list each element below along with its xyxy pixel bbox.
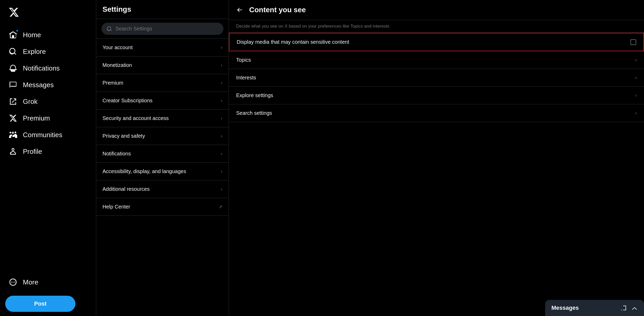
sidebar-item-more[interactable]: More <box>5 274 91 290</box>
settings-item-accessibility[interactable]: Accessibility, display, and languages › <box>96 163 229 180</box>
back-button[interactable] <box>236 7 243 13</box>
chevron-right-icon: › <box>221 80 222 86</box>
premium-label: Premium <box>23 114 50 122</box>
premium-icon <box>8 113 18 123</box>
home-notification-dot <box>16 29 18 32</box>
sidebar-item-notifications[interactable]: Notifications <box>5 60 91 77</box>
settings-item-premium[interactable]: Premium › <box>96 74 229 92</box>
settings-item-resources-label: Additional resources <box>102 186 150 192</box>
messages-icon <box>8 80 18 90</box>
explore-label: Explore <box>23 48 46 56</box>
sidebar-item-explore[interactable]: Explore <box>5 43 91 60</box>
messages-footer-actions <box>621 305 638 311</box>
messages-footer[interactable]: Messages <box>545 300 644 316</box>
content-item-explore-settings-label: Explore settings <box>236 92 273 98</box>
chevron-right-icon: › <box>221 151 222 156</box>
content-panel: Content you see Decide what you see on X… <box>229 0 644 316</box>
sidebar-item-premium[interactable]: Premium <box>5 110 91 127</box>
content-item-search-settings-label: Search settings <box>236 110 272 116</box>
back-arrow-icon <box>236 7 243 13</box>
chevron-right-icon: › <box>221 62 222 68</box>
messages-footer-title: Messages <box>551 305 579 311</box>
settings-item-creator-subscriptions[interactable]: Creator Subscriptions › <box>96 92 229 110</box>
settings-item-your-account[interactable]: Your account › <box>96 39 229 56</box>
content-subtitle: Decide what you see on X based on your p… <box>229 20 644 33</box>
chevron-right-icon: › <box>221 116 222 121</box>
content-title: Content you see <box>249 6 306 14</box>
notifications-label: Notifications <box>23 64 60 72</box>
chevron-right-icon: › <box>221 169 222 174</box>
sidebar-item-profile[interactable]: Profile <box>5 143 91 160</box>
compose-message-icon[interactable] <box>621 305 627 311</box>
content-item-topics[interactable]: Topics › <box>229 51 644 69</box>
external-link-icon: ↗ <box>218 204 222 210</box>
settings-item-monetization[interactable]: Monetization › <box>96 56 229 74</box>
settings-item-your-account-label: Your account <box>102 45 133 50</box>
explore-icon <box>8 47 18 56</box>
content-item-search-settings[interactable]: Search settings › <box>229 104 644 122</box>
search-container <box>96 19 229 39</box>
chevron-right-icon: › <box>635 75 637 80</box>
content-item-topics-label: Topics <box>236 57 251 63</box>
settings-item-privacy-label: Privacy and safety <box>102 133 145 139</box>
settings-item-monetization-label: Monetization <box>102 62 132 68</box>
settings-item-help[interactable]: Help Center ↗ <box>96 198 229 216</box>
notifications-icon <box>8 64 18 73</box>
home-label: Home <box>23 31 41 39</box>
settings-item-premium-label: Premium <box>102 80 123 86</box>
sidebar-item-messages[interactable]: Messages <box>5 77 91 93</box>
chevron-right-icon: › <box>635 57 637 63</box>
chevron-right-icon: › <box>635 110 637 116</box>
settings-item-help-label: Help Center <box>102 204 130 210</box>
chevron-right-icon: › <box>221 186 222 192</box>
chevron-right-icon: › <box>635 93 637 98</box>
settings-item-security-label: Security and account access <box>102 115 169 121</box>
content-item-sensitive-media-label: Display media that may contain sensitive… <box>237 39 349 45</box>
chevron-right-icon: › <box>221 45 222 50</box>
post-button[interactable]: Post <box>5 296 75 312</box>
content-item-sensitive-media[interactable]: Display media that may contain sensitive… <box>229 33 644 51</box>
sidebar-item-grok[interactable]: Grok <box>5 93 91 110</box>
settings-item-resources[interactable]: Additional resources › <box>96 180 229 198</box>
more-icon <box>8 277 18 287</box>
content-header: Content you see <box>229 0 644 20</box>
settings-panel: Settings Your account › Monetization › P… <box>96 0 229 316</box>
content-item-explore-settings[interactable]: Explore settings › <box>229 87 644 104</box>
settings-item-privacy[interactable]: Privacy and safety › <box>96 127 229 145</box>
sidebar-item-communities[interactable]: Communities <box>5 127 91 143</box>
search-box[interactable] <box>101 23 223 35</box>
profile-label: Profile <box>23 148 42 156</box>
content-item-interests-label: Interests <box>236 75 256 81</box>
sidebar-item-home[interactable]: Home <box>5 27 91 43</box>
messages-label: Messages <box>23 81 54 89</box>
content-list: Display media that may contain sensitive… <box>229 33 644 316</box>
sidebar: Home Explore Notifications Messages Grok… <box>0 0 96 316</box>
more-label: More <box>23 278 38 286</box>
search-input[interactable] <box>115 26 218 32</box>
chevron-up-icon[interactable] <box>632 305 638 311</box>
chevron-right-icon: › <box>221 98 222 103</box>
grok-label: Grok <box>23 98 37 106</box>
profile-icon <box>8 147 18 156</box>
settings-item-notifications[interactable]: Notifications › <box>96 145 229 163</box>
settings-item-notifications-label: Notifications <box>102 151 131 157</box>
settings-list: Your account › Monetization › Premium › … <box>96 39 229 316</box>
settings-item-accessibility-label: Accessibility, display, and languages <box>102 168 186 174</box>
x-logo-icon <box>8 7 19 18</box>
communities-icon <box>8 130 18 140</box>
content-item-interests[interactable]: Interests › <box>229 69 644 87</box>
settings-title: Settings <box>96 0 229 19</box>
grok-icon <box>8 97 18 106</box>
communities-label: Communities <box>23 131 62 139</box>
settings-item-creator-subscriptions-label: Creator Subscriptions <box>102 98 152 104</box>
home-icon <box>8 30 18 40</box>
x-logo[interactable] <box>5 4 91 21</box>
chevron-right-icon: › <box>221 133 222 139</box>
sensitive-media-checkbox[interactable] <box>630 39 636 45</box>
search-icon <box>107 26 112 32</box>
settings-item-security[interactable]: Security and account access › <box>96 110 229 127</box>
